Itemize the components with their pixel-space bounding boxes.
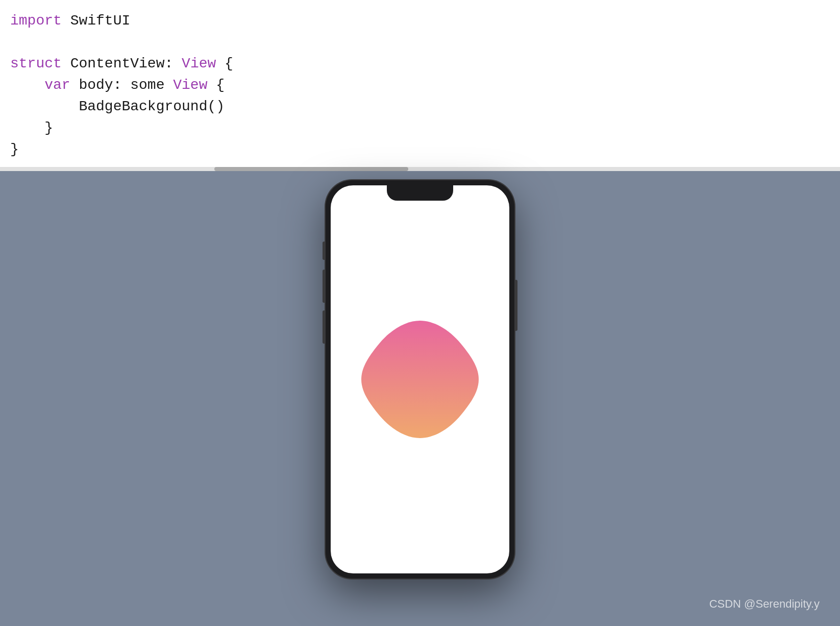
code-token: }: [10, 141, 19, 157]
volume-down-button: [323, 310, 325, 344]
code-token: {: [207, 77, 225, 93]
iphone-screen: [331, 185, 509, 573]
code-token: View: [173, 77, 207, 93]
badge-shape: [351, 310, 489, 448]
code-line: struct ContentView: View {: [10, 53, 840, 75]
code-token: BadgeBackground(): [10, 99, 225, 114]
iphone-mockup: [326, 180, 514, 579]
code-editor: import SwiftUI struct ContentView: View …: [0, 0, 840, 171]
power-button: [515, 280, 517, 331]
code-line: import SwiftUI: [10, 10, 840, 32]
code-token: struct: [10, 56, 62, 71]
watermark-text: CSDN @Serendipity.y: [709, 597, 820, 610]
code-line: BadgeBackground(): [10, 96, 840, 117]
code-token: View: [182, 56, 216, 71]
mute-button: [323, 242, 325, 260]
code-token: }: [10, 120, 53, 136]
code-line: }: [10, 117, 840, 139]
code-token: import: [10, 13, 62, 29]
code-token: var: [10, 77, 70, 93]
code-line: [10, 32, 840, 53]
horizontal-scrollbar[interactable]: [0, 167, 840, 171]
preview-section: CSDN @Serendipity.y: [0, 171, 840, 626]
code-token: {: [216, 56, 233, 71]
code-line: }: [10, 139, 840, 160]
volume-up-button: [323, 270, 325, 303]
scrollbar-thumb[interactable]: [214, 167, 408, 171]
code-token: body: some: [70, 77, 174, 93]
code-line: var body: some View {: [10, 75, 840, 96]
watermark: CSDN @Serendipity.y: [709, 597, 820, 611]
code-token: ContentView:: [62, 56, 182, 71]
badge-svg: [351, 310, 489, 448]
iphone-notch: [387, 185, 453, 201]
code-token: SwiftUI: [62, 13, 130, 29]
